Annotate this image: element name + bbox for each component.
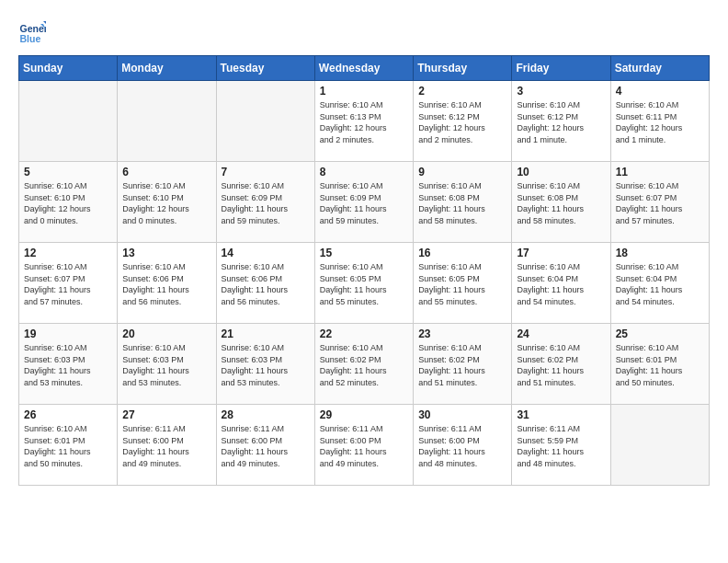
day-number: 25 [616,327,704,340]
calendar-cell: 27Sunrise: 6:11 AMSunset: 6:00 PMDayligh… [118,405,216,486]
day-number: 8 [320,166,408,178]
day-number: 26 [24,408,112,421]
weekday-header-row: SundayMondayTuesdayWednesdayThursdayFrid… [19,56,710,81]
day-info: Sunrise: 6:10 AMSunset: 6:10 PMDaylight:… [122,180,210,226]
calendar-week-3: 12Sunrise: 6:10 AMSunset: 6:07 PMDayligh… [19,243,710,324]
day-number: 6 [122,166,210,178]
weekday-wednesday: Wednesday [314,56,413,81]
calendar-cell: 14Sunrise: 6:10 AMSunset: 6:06 PMDayligh… [216,243,314,324]
day-info: Sunrise: 6:10 AMSunset: 6:01 PMDaylight:… [24,423,112,469]
day-info: Sunrise: 6:10 AMSunset: 6:06 PMDaylight:… [122,261,210,307]
weekday-monday: Monday [118,56,216,81]
day-info: Sunrise: 6:10 AMSunset: 6:05 PMDaylight:… [418,261,506,307]
day-info: Sunrise: 6:11 AMSunset: 6:00 PMDaylight:… [122,423,210,469]
calendar-cell: 23Sunrise: 6:10 AMSunset: 6:02 PMDayligh… [414,324,512,405]
day-info: Sunrise: 6:10 AMSunset: 6:02 PMDaylight:… [517,342,605,388]
calendar-cell: 11Sunrise: 6:10 AMSunset: 6:07 PMDayligh… [610,162,709,243]
day-info: Sunrise: 6:10 AMSunset: 6:11 PMDaylight:… [616,99,704,145]
day-number: 18 [616,247,704,259]
day-info: Sunrise: 6:11 AMSunset: 6:00 PMDaylight:… [418,423,506,469]
calendar-cell: 24Sunrise: 6:10 AMSunset: 6:02 PMDayligh… [512,324,610,405]
logo-icon: General Blue [18,18,46,46]
day-number: 5 [24,166,112,178]
day-info: Sunrise: 6:10 AMSunset: 6:07 PMDaylight:… [24,261,112,307]
day-number: 31 [517,408,605,421]
day-info: Sunrise: 6:10 AMSunset: 6:07 PMDaylight:… [616,180,704,226]
day-info: Sunrise: 6:11 AMSunset: 6:00 PMDaylight:… [222,423,310,469]
calendar-cell: 17Sunrise: 6:10 AMSunset: 6:04 PMDayligh… [512,243,610,324]
calendar-cell [216,81,314,162]
calendar-cell: 6Sunrise: 6:10 AMSunset: 6:10 PMDaylight… [118,162,216,243]
calendar-cell: 20Sunrise: 6:10 AMSunset: 6:03 PMDayligh… [118,324,216,405]
calendar-cell: 19Sunrise: 6:10 AMSunset: 6:03 PMDayligh… [19,324,118,405]
day-info: Sunrise: 6:11 AMSunset: 6:00 PMDaylight:… [320,423,408,469]
day-number: 20 [122,327,210,340]
weekday-thursday: Thursday [414,56,512,81]
day-number: 28 [222,408,310,421]
calendar-cell: 12Sunrise: 6:10 AMSunset: 6:07 PMDayligh… [19,243,118,324]
calendar-cell: 9Sunrise: 6:10 AMSunset: 6:08 PMDaylight… [414,162,512,243]
calendar-week-5: 26Sunrise: 6:10 AMSunset: 6:01 PMDayligh… [19,405,710,486]
calendar-cell: 1Sunrise: 6:10 AMSunset: 6:13 PMDaylight… [314,81,413,162]
calendar-cell: 4Sunrise: 6:10 AMSunset: 6:11 PMDaylight… [610,81,709,162]
day-info: Sunrise: 6:10 AMSunset: 6:02 PMDaylight:… [418,342,506,388]
weekday-friday: Friday [512,56,610,81]
day-info: Sunrise: 6:10 AMSunset: 6:08 PMDaylight:… [418,180,506,226]
calendar-cell: 5Sunrise: 6:10 AMSunset: 6:10 PMDaylight… [19,162,118,243]
day-info: Sunrise: 6:10 AMSunset: 6:05 PMDaylight:… [320,261,408,307]
day-number: 9 [418,166,506,178]
calendar-cell: 31Sunrise: 6:11 AMSunset: 5:59 PMDayligh… [512,405,610,486]
day-number: 29 [320,408,408,421]
day-number: 2 [418,85,506,98]
day-number: 27 [122,408,210,421]
day-number: 30 [418,408,506,421]
calendar-cell: 25Sunrise: 6:10 AMSunset: 6:01 PMDayligh… [610,324,709,405]
calendar-cell: 28Sunrise: 6:11 AMSunset: 6:00 PMDayligh… [216,405,314,486]
calendar-cell: 7Sunrise: 6:10 AMSunset: 6:09 PMDaylight… [216,162,314,243]
weekday-sunday: Sunday [19,56,118,81]
day-number: 13 [122,247,210,259]
day-number: 17 [517,247,605,259]
day-info: Sunrise: 6:10 AMSunset: 6:09 PMDaylight:… [320,180,408,226]
day-number: 21 [222,327,310,340]
day-info: Sunrise: 6:10 AMSunset: 6:13 PMDaylight:… [320,99,408,145]
weekday-tuesday: Tuesday [216,56,314,81]
day-number: 10 [517,166,605,178]
calendar-cell: 15Sunrise: 6:10 AMSunset: 6:05 PMDayligh… [314,243,413,324]
day-info: Sunrise: 6:10 AMSunset: 6:08 PMDaylight:… [517,180,605,226]
page-header: General Blue [18,18,710,46]
day-info: Sunrise: 6:10 AMSunset: 6:12 PMDaylight:… [418,99,506,145]
day-number: 24 [517,327,605,340]
day-number: 16 [418,247,506,259]
calendar-header: SundayMondayTuesdayWednesdayThursdayFrid… [19,56,710,81]
calendar-table: SundayMondayTuesdayWednesdayThursdayFrid… [18,55,710,486]
day-number: 14 [222,247,310,259]
calendar-cell [610,405,709,486]
weekday-saturday: Saturday [610,56,709,81]
calendar-body: 1Sunrise: 6:10 AMSunset: 6:13 PMDaylight… [19,81,710,486]
day-number: 15 [320,247,408,259]
calendar-cell: 22Sunrise: 6:10 AMSunset: 6:02 PMDayligh… [314,324,413,405]
day-info: Sunrise: 6:11 AMSunset: 5:59 PMDaylight:… [517,423,605,469]
calendar-cell: 26Sunrise: 6:10 AMSunset: 6:01 PMDayligh… [19,405,118,486]
day-number: 19 [24,327,112,340]
day-info: Sunrise: 6:10 AMSunset: 6:04 PMDaylight:… [616,261,704,307]
calendar-cell: 30Sunrise: 6:11 AMSunset: 6:00 PMDayligh… [414,405,512,486]
day-info: Sunrise: 6:10 AMSunset: 6:10 PMDaylight:… [24,180,112,226]
calendar-cell: 3Sunrise: 6:10 AMSunset: 6:12 PMDaylight… [512,81,610,162]
calendar-week-1: 1Sunrise: 6:10 AMSunset: 6:13 PMDaylight… [19,81,710,162]
calendar-cell: 13Sunrise: 6:10 AMSunset: 6:06 PMDayligh… [118,243,216,324]
logo: General Blue [18,18,50,46]
calendar-cell: 10Sunrise: 6:10 AMSunset: 6:08 PMDayligh… [512,162,610,243]
day-number: 11 [616,166,704,178]
day-number: 3 [517,85,605,98]
day-info: Sunrise: 6:10 AMSunset: 6:03 PMDaylight:… [122,342,210,388]
calendar-week-2: 5Sunrise: 6:10 AMSunset: 6:10 PMDaylight… [19,162,710,243]
day-info: Sunrise: 6:10 AMSunset: 6:09 PMDaylight:… [222,180,310,226]
day-info: Sunrise: 6:10 AMSunset: 6:03 PMDaylight:… [24,342,112,388]
calendar-cell: 18Sunrise: 6:10 AMSunset: 6:04 PMDayligh… [610,243,709,324]
calendar-cell: 16Sunrise: 6:10 AMSunset: 6:05 PMDayligh… [414,243,512,324]
calendar-cell: 8Sunrise: 6:10 AMSunset: 6:09 PMDaylight… [314,162,413,243]
calendar-cell: 2Sunrise: 6:10 AMSunset: 6:12 PMDaylight… [414,81,512,162]
day-number: 7 [222,166,310,178]
